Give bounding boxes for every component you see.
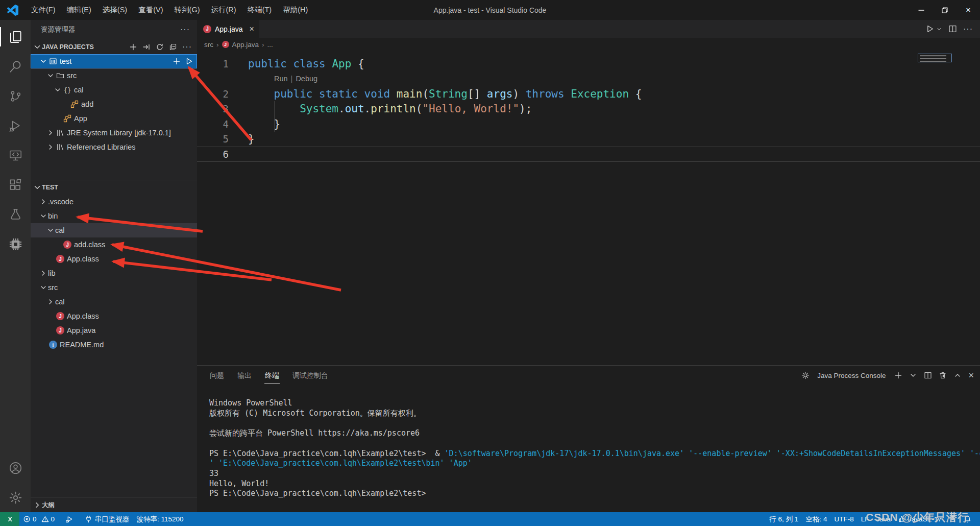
- panel-tab-3[interactable]: 调试控制台: [292, 367, 329, 384]
- eol-sequence[interactable]: LF: [857, 512, 873, 526]
- tree-item-.vscode[interactable]: .vscode: [31, 195, 197, 209]
- collapse-all-icon[interactable]: [169, 43, 177, 51]
- split-editor-icon[interactable]: [948, 25, 957, 33]
- indentation[interactable]: 空格: 4: [802, 512, 830, 526]
- terminal-output[interactable]: Windows PowerShell版权所有 (C) Microsoft Cor…: [197, 385, 980, 512]
- kill-terminal-button[interactable]: [939, 371, 947, 379]
- code-line-1[interactable]: 1public class App {: [197, 56, 980, 71]
- baud-rate[interactable]: 波特率: 115200: [133, 512, 187, 526]
- titlebar: 文件(F)编辑(E)选择(S)查看(V)转到(G)运行(R)终端(T)帮助(H)…: [0, 0, 980, 20]
- tree-item-src[interactable]: src: [31, 68, 197, 83]
- explorer-more-icon[interactable]: ···: [180, 25, 190, 34]
- activity-explorer[interactable]: [0, 22, 31, 52]
- editor-more-actions-icon[interactable]: ···: [963, 25, 973, 34]
- breadcrumb-item-symbol[interactable]: ...: [267, 41, 273, 49]
- codelens-debug-link[interactable]: Debug: [296, 75, 317, 83]
- terminal-profile-label[interactable]: Java Process Console: [817, 372, 886, 379]
- minimap[interactable]: [918, 54, 952, 62]
- new-project-icon[interactable]: [129, 43, 137, 51]
- section-test[interactable]: TEST: [31, 180, 197, 195]
- menu-item-4[interactable]: 转到(G): [169, 0, 206, 20]
- terminal-line: Windows PowerShell: [209, 398, 980, 409]
- minimize-button[interactable]: [910, 0, 933, 20]
- cursor-position[interactable]: 行 6, 列 1: [766, 512, 802, 526]
- breadcrumb-item-file[interactable]: App.java: [232, 41, 259, 49]
- language-mode[interactable]: Java: [872, 512, 894, 526]
- activity-settings[interactable]: [0, 483, 31, 512]
- more-actions-icon[interactable]: ···: [182, 42, 192, 52]
- codelens-run-link[interactable]: Run: [274, 75, 288, 83]
- run-dropdown-icon[interactable]: [940, 26, 942, 32]
- menu-item-0[interactable]: 文件(F): [26, 0, 61, 20]
- pio-debug-icon[interactable]: [62, 512, 77, 526]
- tree-item-app.class[interactable]: JApp.class: [31, 252, 197, 266]
- tree-item-app[interactable]: App: [31, 111, 197, 126]
- close-panel-button[interactable]: ×: [968, 370, 974, 381]
- new-terminal-button[interactable]: [894, 371, 902, 379]
- serial-monitor-button[interactable]: 串口监视器: [81, 512, 133, 526]
- menu-item-1[interactable]: 编辑(E): [61, 0, 97, 20]
- section-java-projects[interactable]: JAVA PROJECTS ···: [31, 39, 197, 54]
- section-outline[interactable]: 大纲: [31, 497, 197, 512]
- tree-item-cal[interactable]: {}cal: [31, 83, 197, 97]
- maximize-panel-button[interactable]: [953, 371, 962, 379]
- menu-item-5[interactable]: 运行(R): [205, 0, 241, 20]
- close-window-button[interactable]: ×: [957, 0, 980, 20]
- export-jar-icon[interactable]: [142, 43, 151, 51]
- breadcrumb-item-src[interactable]: src: [204, 41, 213, 49]
- notifications-icon[interactable]: [960, 512, 975, 526]
- tree-item-readme.md[interactable]: iREADME.md: [31, 338, 197, 352]
- new-item-icon[interactable]: [173, 57, 181, 65]
- tree-item-referenced-libraries[interactable]: Referenced Libraries: [31, 140, 197, 154]
- run-and-debug-icon: [9, 119, 22, 133]
- panel-tab-1[interactable]: 输出: [237, 367, 252, 384]
- tree-item-app.class[interactable]: JApp.class: [31, 309, 197, 323]
- menu-item-2[interactable]: 选择(S): [97, 0, 133, 20]
- tree-item-app.java[interactable]: JApp.java: [31, 323, 197, 338]
- menu-item-7[interactable]: 帮助(H): [277, 0, 313, 20]
- terminal-profile-dropdown-icon[interactable]: [909, 371, 917, 379]
- code-line-2[interactable]: 2 public static void main(String[] args)…: [197, 86, 980, 102]
- tree-item-bin[interactable]: bin: [31, 209, 197, 223]
- code-line-3[interactable]: 3 System.out.println("Hello, World!");: [197, 102, 980, 117]
- activity-search[interactable]: [0, 52, 31, 81]
- tree-item-add.class[interactable]: Jadd.class: [31, 237, 197, 252]
- activity-run-and-debug[interactable]: [0, 111, 31, 140]
- token: "Hello, World!": [422, 103, 519, 115]
- tree-item-lib[interactable]: lib: [31, 266, 197, 280]
- activity-accounts[interactable]: [0, 453, 31, 483]
- panel-tab-0[interactable]: 问题: [209, 367, 225, 384]
- code-line-5[interactable]: 5}: [197, 132, 980, 147]
- tree-item-cal[interactable]: cal: [31, 223, 197, 237]
- panel-tab-2[interactable]: 终端: [264, 367, 280, 384]
- code-line-6[interactable]: 6: [197, 147, 980, 162]
- activity-testing[interactable]: [0, 200, 31, 229]
- remote-indicator[interactable]: [0, 512, 19, 526]
- activity-extensions[interactable]: [0, 170, 31, 200]
- token: );: [519, 103, 532, 115]
- encoding[interactable]: UTF-8: [830, 512, 857, 526]
- code-line-4[interactable]: 4 }: [197, 116, 980, 132]
- run-project-icon[interactable]: [185, 57, 193, 65]
- run-java-button[interactable]: [925, 25, 934, 33]
- terminal-line: 33: [209, 469, 980, 479]
- tree-item-cal[interactable]: cal: [31, 295, 197, 309]
- menu-item-6[interactable]: 终端(T): [242, 0, 278, 20]
- refresh-icon[interactable]: [156, 43, 164, 51]
- tree-item-jre-system-library-jdk-17.0.1-[interactable]: JRE System Library [jdk-17.0.1]: [31, 126, 197, 140]
- tree-item-test[interactable]: test: [31, 54, 197, 68]
- tab-app-java[interactable]: J App.java ×: [197, 20, 259, 38]
- java-status[interactable]: JavaSE-17: [894, 512, 945, 526]
- activity-remote-explorer[interactable]: [0, 140, 31, 170]
- tree-item-src[interactable]: src: [31, 280, 197, 295]
- restore-button[interactable]: [933, 0, 957, 20]
- feedback-icon[interactable]: [945, 512, 960, 526]
- code-editor[interactable]: 1public class App {Run|Debug2 public sta…: [197, 51, 980, 365]
- activity-source-control[interactable]: [0, 81, 31, 111]
- tab-close-icon[interactable]: ×: [249, 25, 254, 34]
- tree-item-add[interactable]: add: [31, 97, 197, 111]
- split-terminal-button[interactable]: [924, 371, 932, 379]
- menu-item-3[interactable]: 查看(V): [133, 0, 168, 20]
- problems-status[interactable]: 0 0: [19, 512, 58, 526]
- activity-platformio[interactable]: [0, 229, 31, 259]
